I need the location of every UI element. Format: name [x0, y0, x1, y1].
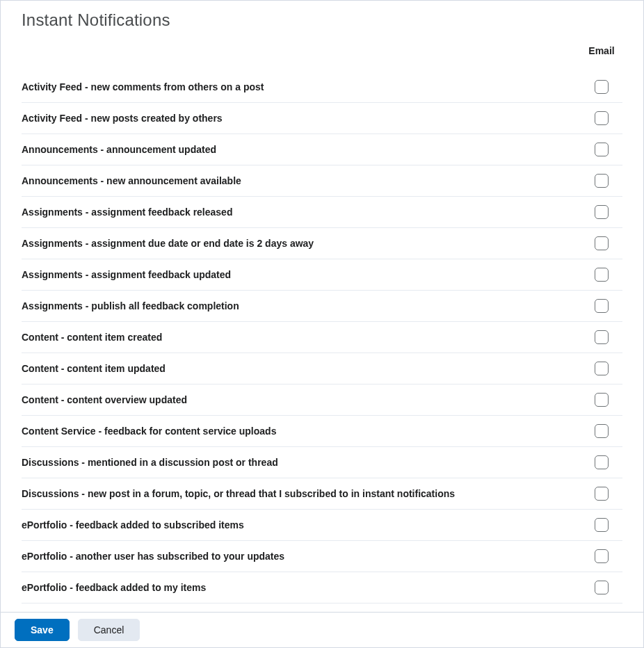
notification-settings-frame: Instant Notifications Email Activity Fee…: [0, 0, 644, 648]
email-cell: [581, 291, 622, 322]
email-cell: [581, 510, 622, 541]
table-row: Assignments - assignment due date or end…: [22, 228, 622, 259]
table-row: Content - content item created: [22, 322, 622, 353]
save-button[interactable]: Save: [15, 619, 70, 641]
email-cell: [581, 353, 622, 384]
notification-label: Assignments - assignment feedback releas…: [22, 197, 581, 228]
notification-label: Discussions - new post in a forum, topic…: [22, 478, 581, 510]
table-row: Assignments - assignment feedback update…: [22, 259, 622, 291]
table-row: Activity Feed - new comments from others…: [22, 72, 622, 103]
email-checkbox[interactable]: [595, 424, 609, 438]
email-cell: [581, 259, 622, 291]
column-header-email: Email: [581, 45, 622, 72]
table-row: Assignments - assignment feedback releas…: [22, 197, 622, 228]
email-cell: [581, 604, 622, 613]
email-cell: [581, 103, 622, 134]
email-checkbox[interactable]: [595, 111, 609, 125]
table-row: Assignments - publish all feedback compl…: [22, 291, 622, 322]
notification-label: Assignments - publish all feedback compl…: [22, 291, 581, 322]
email-checkbox[interactable]: [595, 299, 609, 313]
email-cell: [581, 197, 622, 228]
table-row: Content - content item updated: [22, 353, 622, 384]
notification-label: Content - content item updated: [22, 353, 581, 384]
notification-label: Assignments - assignment feedback update…: [22, 259, 581, 291]
email-checkbox[interactable]: [595, 80, 609, 94]
email-cell: [581, 72, 622, 103]
notification-label: Assignments - assignment due date or end…: [22, 228, 581, 259]
email-cell: [581, 165, 622, 197]
table-row: Discussions - new post in a forum, topic…: [22, 478, 622, 510]
email-cell: [581, 134, 622, 165]
notification-label: Announcements - new announcement availab…: [22, 165, 581, 197]
notification-label: Content - content overview updated: [22, 384, 581, 416]
notifications-table: Email Activity Feed - new comments from …: [22, 45, 622, 612]
table-row: Announcements - announcement updated: [22, 134, 622, 165]
notification-label: Announcements - announcement updated: [22, 134, 581, 165]
email-checkbox[interactable]: [595, 330, 609, 344]
table-row: Grades - grade item released: [22, 604, 622, 613]
table-row: Content Service - feedback for content s…: [22, 416, 622, 447]
scroll-area: Instant Notifications Email Activity Fee…: [1, 1, 643, 612]
email-cell: [581, 447, 622, 478]
email-cell: [581, 416, 622, 447]
email-checkbox[interactable]: [595, 143, 609, 156]
email-checkbox[interactable]: [595, 174, 609, 188]
email-checkbox[interactable]: [595, 581, 609, 594]
action-bar: Save Cancel: [1, 612, 643, 647]
email-checkbox[interactable]: [595, 205, 609, 219]
email-checkbox[interactable]: [595, 487, 609, 501]
cancel-button[interactable]: Cancel: [78, 619, 140, 641]
email-checkbox[interactable]: [595, 549, 609, 563]
notification-label: Activity Feed - new comments from others…: [22, 72, 581, 103]
notification-label: ePortfolio - another user has subscribed…: [22, 541, 581, 572]
table-row: Content - content overview updated: [22, 384, 622, 416]
email-cell: [581, 572, 622, 604]
table-row: Discussions - mentioned in a discussion …: [22, 447, 622, 478]
email-checkbox[interactable]: [595, 268, 609, 282]
table-row: Announcements - new announcement availab…: [22, 165, 622, 197]
email-cell: [581, 384, 622, 416]
email-checkbox[interactable]: [595, 518, 609, 532]
section-heading: Instant Notifications: [22, 10, 622, 30]
email-checkbox[interactable]: [595, 236, 609, 250]
notification-label: ePortfolio - feedback added to subscribe…: [22, 510, 581, 541]
email-checkbox[interactable]: [595, 455, 609, 469]
column-header-label: [22, 45, 581, 72]
table-row: ePortfolio - feedback added to subscribe…: [22, 510, 622, 541]
notification-label: Activity Feed - new posts created by oth…: [22, 103, 581, 134]
email-cell: [581, 322, 622, 353]
email-cell: [581, 228, 622, 259]
email-cell: [581, 541, 622, 572]
notification-label: Content Service - feedback for content s…: [22, 416, 581, 447]
email-checkbox[interactable]: [595, 362, 609, 375]
table-row: Activity Feed - new posts created by oth…: [22, 103, 622, 134]
notification-label: ePortfolio - feedback added to my items: [22, 572, 581, 604]
notification-label: Discussions - mentioned in a discussion …: [22, 447, 581, 478]
table-row: ePortfolio - feedback added to my items: [22, 572, 622, 604]
notification-label: Content - content item created: [22, 322, 581, 353]
notification-label: Grades - grade item released: [22, 604, 581, 613]
email-cell: [581, 478, 622, 510]
table-row: ePortfolio - another user has subscribed…: [22, 541, 622, 572]
email-checkbox[interactable]: [595, 393, 609, 407]
